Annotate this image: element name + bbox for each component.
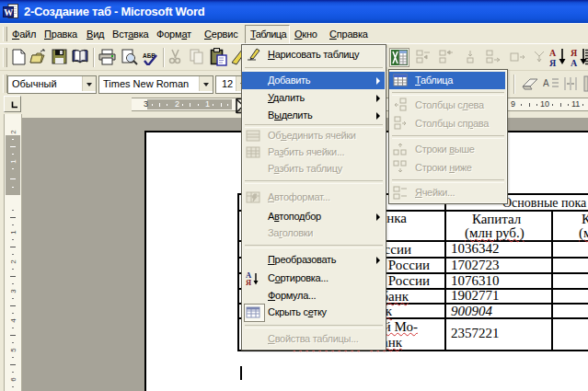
svg-text:Я: Я — [246, 278, 251, 286]
